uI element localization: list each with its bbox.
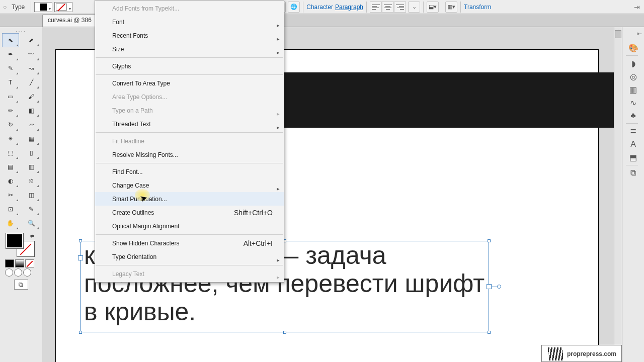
- menu-item-label: Resolve Missing Fonts...: [112, 151, 178, 158]
- tool-button[interactable]: ↝: [23, 61, 40, 75]
- tool-button[interactable]: ✎: [2, 61, 19, 75]
- menu-item-label: Change Case: [112, 182, 149, 189]
- divider: [460, 2, 461, 13]
- selection-handle[interactable]: [79, 239, 82, 242]
- draw-inside-icon[interactable]: [23, 268, 31, 277]
- panel-icon[interactable]: ◎: [626, 70, 641, 83]
- selection-handle[interactable]: [283, 331, 286, 334]
- none-swatch[interactable]: [25, 259, 34, 267]
- color-proxy[interactable]: ⇄: [6, 233, 34, 256]
- tool-button[interactable]: ⬈: [23, 33, 40, 47]
- menu-item[interactable]: Size: [95, 42, 284, 56]
- tool-button[interactable]: ▱: [23, 118, 40, 132]
- solid-color-swatch[interactable]: [5, 259, 14, 267]
- screen-mode-button[interactable]: ⧉: [14, 280, 28, 290]
- paragraph-link[interactable]: Paragraph: [335, 4, 363, 11]
- selection-handle[interactable]: [488, 331, 491, 334]
- overflow-align-button[interactable]: ⌄: [408, 2, 420, 13]
- menu-item[interactable]: Type Orientation: [95, 250, 284, 263]
- swap-fill-stroke-icon[interactable]: ⇄: [30, 233, 34, 238]
- panel-icon[interactable]: ▥: [626, 83, 641, 96]
- gradient-swatch[interactable]: [15, 259, 24, 267]
- menu-item-label: Threaded Text: [112, 121, 151, 128]
- divider: [423, 2, 424, 13]
- panel-icon[interactable]: ⧉: [626, 166, 641, 179]
- tool-button[interactable]: 🔍: [23, 216, 40, 230]
- fill-swatch[interactable]: ▾: [34, 2, 52, 12]
- menu-item-label: Optical Margin Alignment: [112, 223, 179, 230]
- scrollbar-thumb[interactable]: [615, 30, 621, 38]
- panel-icon[interactable]: 🎨: [626, 41, 641, 54]
- tool-button[interactable]: ▭: [2, 89, 19, 104]
- tool-button[interactable]: ✴: [2, 132, 19, 146]
- tool-button[interactable]: ↻: [2, 118, 19, 132]
- envelope-icon[interactable]: ▦▾: [445, 2, 457, 13]
- menu-item[interactable]: Create OutlinesShift+Ctrl+O: [95, 206, 284, 219]
- menu-separator: [96, 132, 283, 133]
- tool-button[interactable]: ◫: [23, 188, 40, 202]
- tool-button[interactable]: ◧: [23, 104, 40, 118]
- align-right-button[interactable]: [394, 2, 406, 13]
- panel-icon[interactable]: ⬒: [626, 151, 641, 164]
- menu-item[interactable]: Optical Margin Alignment: [95, 219, 284, 233]
- align-left-button[interactable]: [370, 2, 382, 13]
- tool-button[interactable]: 🖌: [23, 89, 40, 104]
- align-center-button[interactable]: [382, 2, 394, 13]
- tool-button[interactable]: ⊡: [2, 202, 19, 216]
- collapse-icon[interactable]: ⇥: [634, 3, 640, 11]
- tool-button[interactable]: T: [2, 75, 19, 89]
- tool-button[interactable]: 〰: [23, 47, 40, 61]
- tool-button[interactable]: ✏: [2, 104, 19, 118]
- tool-button[interactable]: ◐: [2, 174, 19, 188]
- menu-item-label: Font: [112, 19, 124, 26]
- warp-icon[interactable]: ⬓▾: [427, 2, 439, 13]
- tool-button[interactable]: ⬉: [2, 33, 19, 47]
- panel-icon[interactable]: ∿: [626, 96, 641, 109]
- menu-item[interactable]: Show Hidden CharactersAlt+Ctrl+I: [95, 236, 284, 250]
- tool-button[interactable]: ✒: [2, 47, 19, 61]
- menu-item[interactable]: Change Case: [95, 178, 284, 192]
- out-port[interactable]: [487, 284, 492, 289]
- tool-button[interactable]: ▥: [23, 160, 40, 174]
- globe-icon[interactable]: 🌐: [288, 2, 300, 13]
- panel-icon[interactable]: ◗: [626, 57, 641, 70]
- tool-button[interactable]: ▤: [2, 160, 19, 174]
- panel-icon[interactable]: ♣: [626, 109, 641, 122]
- character-link[interactable]: Character: [306, 4, 333, 11]
- tabstrip-gutter-left: [0, 14, 42, 27]
- menu-item[interactable]: Threaded Text: [95, 117, 284, 131]
- in-port[interactable]: [78, 255, 83, 260]
- selection-handle[interactable]: [79, 331, 82, 334]
- draw-behind-icon[interactable]: [14, 268, 22, 277]
- panel-icon[interactable]: A: [626, 138, 641, 151]
- menu-item-label: Convert To Area Type: [112, 80, 170, 87]
- tool-button[interactable]: ╱: [23, 75, 40, 89]
- menu-item[interactable]: Convert To Area Type: [95, 76, 284, 90]
- tool-button[interactable]: ⬚: [2, 146, 19, 160]
- selection-handle[interactable]: [488, 239, 491, 242]
- menu-item[interactable]: Recent Fonts: [95, 29, 284, 42]
- stroke-swatch[interactable]: ▾: [54, 2, 72, 12]
- panel-grip[interactable]: [0, 29, 42, 33]
- menu-item[interactable]: Smart Punctuation...: [95, 192, 284, 206]
- menu-item[interactable]: Font: [95, 15, 284, 29]
- vertical-scrollbar[interactable]: ▲ ▼: [614, 27, 622, 354]
- expand-panels-icon[interactable]: ⇤: [637, 30, 642, 37]
- tool-button[interactable]: ✂: [2, 188, 19, 202]
- transform-link[interactable]: Transform: [464, 4, 491, 11]
- tool-button[interactable]: ✎: [23, 202, 40, 216]
- panel-icon[interactable]: ≣: [626, 125, 641, 138]
- menu-item-shortcut: Shift+Ctrl+O: [234, 209, 273, 217]
- menu-item[interactable]: Resolve Missing Fonts...: [95, 148, 284, 161]
- menu-item-label: Show Hidden Characters: [112, 240, 179, 247]
- fill-proxy[interactable]: [6, 233, 23, 248]
- menu-item[interactable]: Glyphs: [95, 59, 284, 73]
- draw-normal-icon[interactable]: [5, 268, 13, 277]
- tool-button[interactable]: ⛭: [23, 174, 40, 188]
- divider: [303, 2, 303, 13]
- tool-button[interactable]: ✋: [2, 216, 19, 230]
- tool-button[interactable]: ▦: [23, 132, 40, 146]
- tool-button[interactable]: ▯: [23, 146, 40, 160]
- menu-item[interactable]: Find Font...: [95, 165, 284, 178]
- document-tab[interactable]: curves.ai @ 386: [42, 14, 97, 27]
